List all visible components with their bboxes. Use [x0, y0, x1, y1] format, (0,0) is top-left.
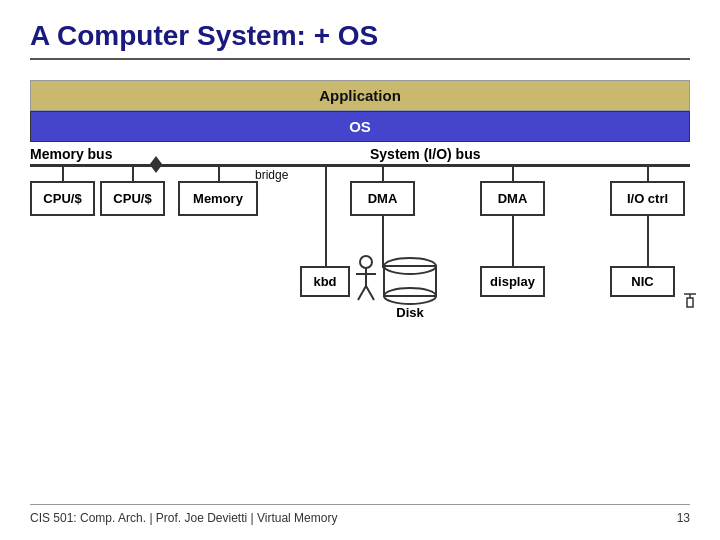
- ioctrl-box: I/O ctrl: [610, 181, 685, 216]
- disk-container: Disk: [380, 254, 440, 320]
- dma2-box: DMA: [480, 181, 545, 216]
- bridge-label: bridge: [255, 168, 288, 182]
- footer-right: 13: [677, 511, 690, 525]
- person-icon: [352, 254, 380, 308]
- footer: CIS 501: Comp. Arch. | Prof. Joe Deviett…: [30, 504, 690, 525]
- application-bar: Application: [30, 80, 690, 111]
- os-bar: OS: [30, 111, 690, 142]
- kbd-box: kbd: [300, 266, 350, 297]
- cpu2-box: CPU/$: [100, 181, 165, 216]
- wifi-icon: [680, 291, 700, 315]
- svg-rect-6: [384, 266, 436, 296]
- svg-line-4: [366, 286, 374, 300]
- svg-line-3: [358, 286, 366, 300]
- memory-box: Memory: [178, 181, 258, 216]
- slide-title: A Computer System: + OS: [30, 20, 690, 60]
- memory-bus-arrows: [150, 156, 162, 173]
- svg-point-0: [360, 256, 372, 268]
- system-bus-label: System (I/O) bus: [370, 146, 480, 162]
- display-box: display: [480, 266, 545, 297]
- footer-left: CIS 501: Comp. Arch. | Prof. Joe Deviett…: [30, 511, 337, 525]
- memory-bus-label: Memory bus: [30, 146, 112, 162]
- svg-rect-8: [687, 298, 693, 307]
- dma1-box: DMA: [350, 181, 415, 216]
- nic-box: NIC: [610, 266, 675, 297]
- cpu1-box: CPU/$: [30, 181, 95, 216]
